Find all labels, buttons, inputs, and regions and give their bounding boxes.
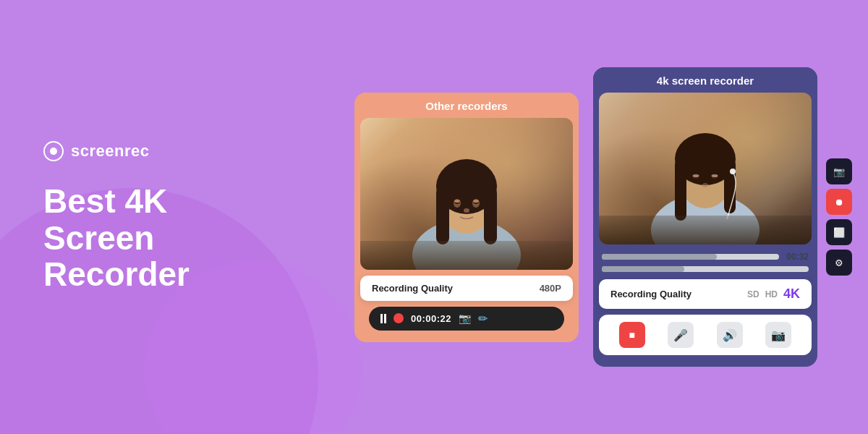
side-settings-icon: ⚙ xyxy=(835,258,843,268)
fourk-controls[interactable]: ■ 🎤 🔊 📷 xyxy=(599,315,812,355)
timer-display: 00:00:22 xyxy=(411,313,451,324)
svg-rect-18 xyxy=(724,159,736,213)
side-screen-btn[interactable]: ⬜ xyxy=(826,219,852,245)
side-settings-btn[interactable]: ⚙ xyxy=(826,250,852,276)
svg-point-21 xyxy=(693,174,699,177)
fourk-mic-button[interactable]: 🎤 xyxy=(668,322,694,348)
logo-icon xyxy=(43,141,64,161)
fourk-record-button[interactable]: ■ xyxy=(619,322,645,348)
logo-text: screenrec xyxy=(71,142,150,161)
headline-line1: Best 4K Screen xyxy=(43,183,246,256)
pause-button[interactable] xyxy=(380,314,386,323)
logo-light: screen xyxy=(71,142,124,160)
progress-area: 00:32 xyxy=(593,244,817,273)
pause-bar-1 xyxy=(380,314,383,323)
other-quality-panel: Recording Quality 480P xyxy=(360,276,573,301)
mic-icon: 🎤 xyxy=(673,328,688,342)
record-icon: ■ xyxy=(629,329,635,341)
svg-point-22 xyxy=(712,174,718,177)
headline: Best 4K Screen Recorder xyxy=(43,183,246,293)
other-recorder-image xyxy=(360,118,573,270)
other-card-image-outer xyxy=(360,118,573,270)
speaker-icon: 🔊 xyxy=(723,328,737,342)
logo-area: screenrec xyxy=(43,141,246,161)
other-controls-bar[interactable]: 00:00:22 📷 ✏ xyxy=(369,307,564,331)
svg-rect-5 xyxy=(484,187,497,244)
progress-fill-1 xyxy=(602,254,717,260)
quality-options: SD HD 4K xyxy=(747,286,800,302)
other-card-wrapper: Other recorders xyxy=(354,93,579,342)
comparison-section: Other recorders xyxy=(304,0,868,434)
progress-fill-2 xyxy=(602,266,684,272)
svg-rect-4 xyxy=(436,187,449,244)
quality-hd[interactable]: HD xyxy=(765,289,778,299)
quality-sd[interactable]: SD xyxy=(747,289,760,299)
side-camera-btn[interactable]: 📷 xyxy=(826,158,852,184)
svg-point-24 xyxy=(730,169,736,174)
fourk-recorder-image xyxy=(599,93,812,244)
fourk-card-image-outer xyxy=(599,93,812,244)
fourk-quality-panel: Recording Quality SD HD 4K xyxy=(599,279,812,309)
svg-rect-17 xyxy=(675,159,686,221)
side-screen-icon: ⬜ xyxy=(833,227,845,238)
side-record-icon: ⏺ xyxy=(835,197,844,208)
progress-bar-2 xyxy=(602,266,809,272)
left-section: screenrec Best 4K Screen Recorder xyxy=(43,141,246,293)
other-recorder-label: Other recorders xyxy=(354,93,579,118)
fourk-recorder-label: 4k screen recorder xyxy=(593,67,817,93)
svg-point-12 xyxy=(464,208,469,213)
fourk-webcam-button[interactable]: 📷 xyxy=(765,322,791,348)
cards-container: Other recorders xyxy=(340,46,832,388)
svg-point-11 xyxy=(473,200,479,203)
other-quality-value: 480P xyxy=(540,283,561,294)
record-dot[interactable] xyxy=(393,313,404,323)
svg-point-10 xyxy=(454,200,460,203)
pause-bar-2 xyxy=(384,314,386,323)
fourk-speaker-button[interactable]: 🔊 xyxy=(717,322,743,348)
logo-bold: rec xyxy=(124,142,150,160)
progress-time: 00:32 xyxy=(786,252,809,262)
side-toolbar: 📷 ⏺ ⬜ ⚙ xyxy=(826,158,852,276)
progress-bar-1 xyxy=(602,254,779,260)
fourk-quality-label: Recording Quality xyxy=(610,289,692,299)
svg-point-23 xyxy=(702,183,708,187)
pen-icon[interactable]: ✏ xyxy=(478,312,488,326)
fourk-recorder-card: 4k screen recorder xyxy=(593,67,817,367)
other-recorder-card: Other recorders xyxy=(354,93,579,342)
progress-row-1: 00:32 xyxy=(602,252,809,262)
camera-icon[interactable]: 📷 xyxy=(459,312,471,324)
side-camera-icon: 📷 xyxy=(833,166,845,177)
other-quality-label: Recording Quality xyxy=(372,283,453,294)
progress-row-2 xyxy=(602,266,809,272)
side-record-btn[interactable]: ⏺ xyxy=(826,189,852,215)
quality-4k[interactable]: 4K xyxy=(783,286,800,302)
headline-line2: Recorder xyxy=(43,256,246,293)
fourk-card-wrapper: 4k screen recorder xyxy=(593,67,817,367)
webcam-icon: 📷 xyxy=(771,328,786,342)
